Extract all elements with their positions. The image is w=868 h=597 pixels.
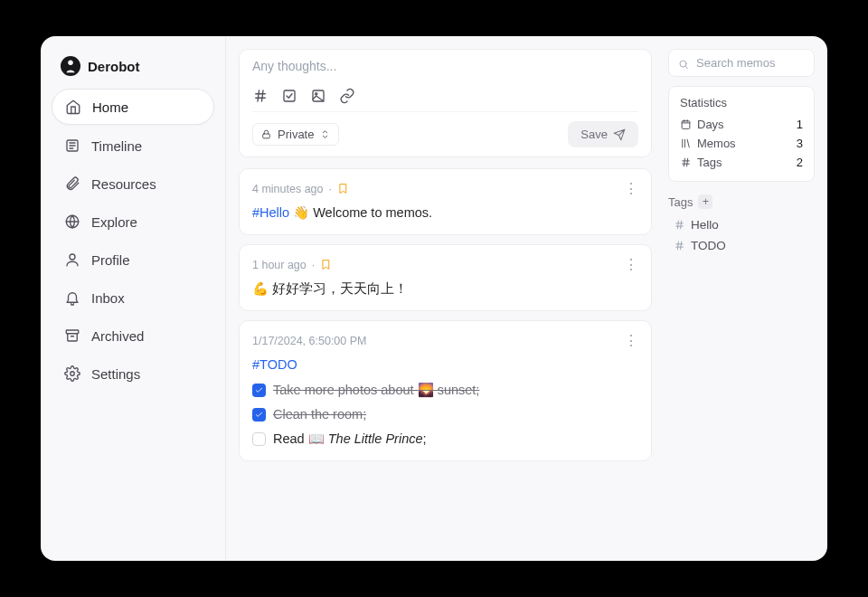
svg-point-3 xyxy=(70,254,75,260)
svg-rect-4 xyxy=(66,330,79,334)
memo-timestamp: 1 hour ago · xyxy=(252,259,332,271)
svg-rect-9 xyxy=(263,134,270,138)
brand[interactable]: Derobot xyxy=(52,52,214,89)
nav-resources[interactable]: Resources xyxy=(52,166,214,201)
tags-section-header: Tags + xyxy=(668,194,815,209)
memo-more-icon[interactable]: ⋮ xyxy=(624,180,638,197)
nav-label: Archived xyxy=(91,328,144,344)
app-window: Derobot Home Timeline Resources Explore … xyxy=(41,36,827,561)
nav-home[interactable]: Home xyxy=(52,89,214,125)
nav-explore[interactable]: Explore xyxy=(52,204,214,239)
send-icon xyxy=(613,128,626,141)
svg-point-10 xyxy=(680,61,686,67)
composer-toolbar xyxy=(252,82,638,112)
stat-value: 1 xyxy=(797,118,803,131)
search-box[interactable] xyxy=(668,49,815,77)
tag-item[interactable]: Hello xyxy=(668,214,815,235)
statistics-title: Statistics xyxy=(680,96,803,109)
bookmark-icon xyxy=(320,259,332,270)
image-icon[interactable] xyxy=(310,88,326,104)
nav-label: Resources xyxy=(91,176,156,192)
checkbox-unchecked-icon[interactable] xyxy=(252,432,266,446)
svg-rect-6 xyxy=(284,90,295,101)
memo-tag[interactable]: #Hello xyxy=(252,205,289,220)
tag-item[interactable]: TODO xyxy=(668,235,815,256)
svg-point-8 xyxy=(316,93,317,95)
checkbox-icon[interactable] xyxy=(281,88,297,104)
chevron-updown-icon xyxy=(319,128,331,140)
stat-days: Days 1 xyxy=(680,115,803,134)
memo-card: 1/17/2024, 6:50:00 PM ⋮ #TODO Take more … xyxy=(239,320,652,461)
right-panel: Statistics Days 1 Memos 3 Tags 2 Tags + … xyxy=(665,36,827,561)
memo-content: 💪 好好学习，天天向上！ xyxy=(252,279,638,299)
memo-tag[interactable]: #TODO xyxy=(252,357,297,372)
hash-icon[interactable] xyxy=(252,88,269,104)
memo-timestamp: 1/17/2024, 6:50:00 PM xyxy=(252,335,366,347)
paperclip-icon xyxy=(64,175,80,192)
bell-icon xyxy=(64,289,80,306)
calendar-icon xyxy=(680,118,692,130)
stat-memos: Memos 3 xyxy=(680,134,803,153)
memo-card: 1 hour ago · ⋮ 💪 好好学习，天天向上！ xyxy=(239,244,652,311)
composer-footer: Private Save xyxy=(252,112,638,147)
nav-label: Home xyxy=(92,100,128,115)
nav-profile[interactable]: Profile xyxy=(52,242,214,277)
archive-icon xyxy=(64,327,80,344)
globe-icon xyxy=(64,213,80,230)
save-button-label: Save xyxy=(580,128,608,141)
brand-logo-icon xyxy=(61,56,80,76)
main-feed: Private Save 4 minutes ago · ⋮ # xyxy=(226,36,665,561)
stat-tags: Tags 2 xyxy=(680,153,803,172)
sidebar: Derobot Home Timeline Resources Explore … xyxy=(41,36,226,561)
statistics-card: Statistics Days 1 Memos 3 Tags 2 xyxy=(668,86,815,182)
tags-title: Tags xyxy=(668,195,693,209)
nav-label: Inbox xyxy=(91,290,125,306)
todo-item: Clean the room; xyxy=(252,404,638,425)
checkbox-checked-icon[interactable] xyxy=(252,408,266,422)
add-tag-button[interactable]: + xyxy=(698,194,712,209)
nav-label: Timeline xyxy=(91,138,142,154)
bookmark-icon xyxy=(337,183,349,194)
hash-icon xyxy=(674,240,685,251)
lock-icon xyxy=(260,128,272,140)
timeline-icon xyxy=(64,137,80,154)
nav-archived[interactable]: Archived xyxy=(52,318,214,353)
todo-item: Read 📖 The Little Prince; xyxy=(252,429,638,450)
link-icon[interactable] xyxy=(339,88,355,104)
tag-name: Hello xyxy=(691,218,719,232)
stat-value: 2 xyxy=(797,156,803,169)
hash-icon xyxy=(680,156,692,168)
user-icon xyxy=(64,251,80,268)
checkbox-checked-icon[interactable] xyxy=(252,384,266,397)
memo-content: #Hello 👋 Welcome to memos. xyxy=(252,203,638,223)
memo-composer: Private Save xyxy=(239,49,652,157)
visibility-label: Private xyxy=(278,128,314,141)
nav: Home Timeline Resources Explore Profile … xyxy=(52,89,214,391)
todo-text: Clean the room; xyxy=(273,404,366,425)
todo-item: Take more photos about 🌄 sunset; xyxy=(252,380,638,401)
save-button[interactable]: Save xyxy=(568,121,638,147)
search-icon xyxy=(678,57,689,70)
visibility-selector[interactable]: Private xyxy=(252,123,339,146)
nav-settings[interactable]: Settings xyxy=(52,356,214,391)
todo-text: Take more photos about 🌄 sunset; xyxy=(273,380,479,401)
memo-content: #TODO Take more photos about 🌄 sunset; C… xyxy=(252,355,638,450)
svg-point-0 xyxy=(68,61,73,66)
memo-more-icon[interactable]: ⋮ xyxy=(624,256,638,273)
memo-more-icon[interactable]: ⋮ xyxy=(624,332,638,349)
hash-icon xyxy=(674,219,685,231)
nav-label: Explore xyxy=(91,214,137,230)
svg-point-5 xyxy=(71,372,75,376)
library-icon xyxy=(680,137,692,149)
search-input[interactable] xyxy=(696,56,805,70)
nav-timeline[interactable]: Timeline xyxy=(52,128,214,163)
gear-icon xyxy=(64,365,80,382)
composer-input[interactable] xyxy=(252,59,638,79)
stat-value: 3 xyxy=(797,137,803,150)
memo-timestamp: 4 minutes ago · xyxy=(252,183,349,195)
nav-inbox[interactable]: Inbox xyxy=(52,280,214,315)
todo-text: Read 📖 The Little Prince; xyxy=(273,429,427,450)
home-icon xyxy=(65,99,81,115)
nav-label: Profile xyxy=(91,252,130,268)
nav-label: Settings xyxy=(91,366,140,382)
